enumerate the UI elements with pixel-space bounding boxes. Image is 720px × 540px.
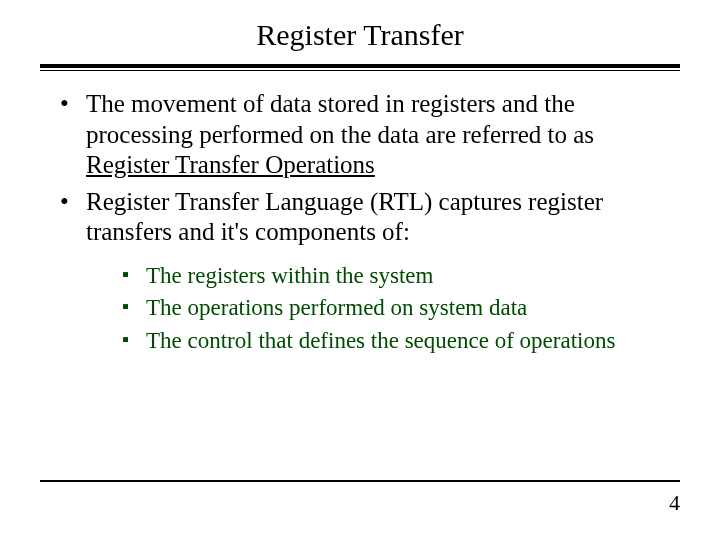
bullet-item: The movement of data stored in registers… (66, 89, 680, 181)
sub-bullet-text: The operations performed on system data (146, 295, 527, 320)
bullet-list: The movement of data stored in registers… (40, 89, 680, 356)
slide: Register Transfer The movement of data s… (0, 0, 720, 540)
divider-thin (40, 70, 680, 71)
bullet-underline: Register Transfer Operations (86, 151, 375, 178)
bullet-text: The movement of data stored in registers… (86, 90, 594, 148)
sub-bullet-item: The registers within the system (126, 262, 680, 291)
sub-bullet-text: The control that defines the sequence of… (146, 328, 615, 353)
slide-title: Register Transfer (40, 18, 680, 52)
divider-bottom (40, 480, 680, 482)
sub-bullet-text: The registers within the system (146, 263, 433, 288)
sub-bullet-item: The control that defines the sequence of… (126, 327, 680, 356)
divider-thick (40, 64, 680, 68)
sub-bullet-list: The registers within the system The oper… (86, 262, 680, 356)
bullet-item: Register Transfer Language (RTL) capture… (66, 187, 680, 356)
bullet-text: Register Transfer Language (RTL) capture… (86, 188, 603, 246)
page-number: 4 (669, 490, 680, 516)
sub-bullet-item: The operations performed on system data (126, 294, 680, 323)
